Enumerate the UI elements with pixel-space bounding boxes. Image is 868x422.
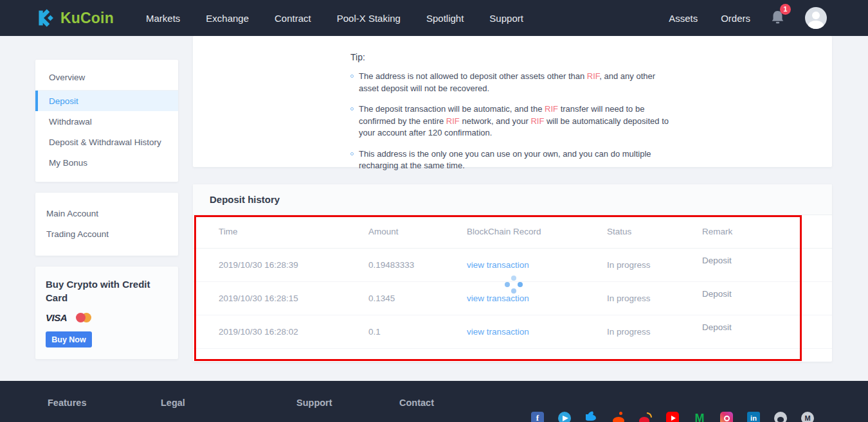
cell-remark: Deposit — [702, 322, 832, 332]
payment-methods: VISA — [46, 312, 168, 323]
sidebar-item-deposit[interactable]: Deposit — [35, 91, 178, 111]
column-header-status: Status — [607, 227, 702, 236]
table-row: 2019/10/30 16:28:020.1view transactionIn… — [193, 315, 832, 349]
sidebar-item-my-bonus[interactable]: My Bonus — [35, 152, 178, 173]
sidebar-item-main-account[interactable]: Main Account — [35, 203, 178, 224]
cell-amount: 0.1345 — [368, 294, 467, 303]
sidebar-item-trading-account[interactable]: Trading Account — [35, 224, 178, 244]
tip-bullet: The address is not allowed to deposit ot… — [350, 71, 675, 94]
sidebar-accounts-card: Main AccountTrading Account — [35, 193, 178, 256]
cell-time: 2019/10/30 16:28:02 — [219, 327, 368, 337]
tip-segment: network, and your — [460, 116, 531, 126]
buy-now-button[interactable]: Buy Now — [46, 331, 92, 347]
tip-text: The deposit transaction will be automati… — [359, 103, 675, 139]
notification-bell[interactable]: 1 — [771, 10, 784, 27]
view-transaction-link[interactable]: view transaction — [467, 294, 607, 303]
cell-remark: Deposit — [702, 256, 832, 265]
sidebar-menu-card: OverviewDepositWithdrawalDeposit & Withd… — [35, 60, 178, 182]
medium-circle-icon[interactable]: M — [801, 412, 814, 422]
mastercard-icon — [76, 313, 91, 322]
cell-status: In progress — [607, 327, 702, 337]
deposit-history-header: Deposit history — [193, 184, 832, 215]
tip-bullet: The deposit transaction will be automati… — [350, 103, 675, 139]
nav-item-contract[interactable]: Contract — [262, 13, 324, 24]
tip-segment: The address is not allowed to deposit ot… — [359, 71, 587, 81]
view-transaction-link[interactable]: view transaction — [467, 327, 607, 337]
tip-bullets: The address is not allowed to deposit ot… — [350, 71, 806, 172]
bullet-icon — [350, 107, 354, 110]
sidebar-item-deposit-withdrawal-history[interactable]: Deposit & Withdrawal History — [35, 132, 178, 152]
sidebar-item-withdrawal[interactable]: Withdrawal — [35, 111, 178, 132]
tip-segment: This address is the only one you can use… — [359, 149, 651, 171]
footer-heading-support[interactable]: Support — [296, 398, 332, 408]
rif-token: RIF — [545, 104, 558, 114]
nav-item-support[interactable]: Support — [476, 13, 536, 24]
buy-crypto-title: Buy Crypto with Credit Card — [46, 277, 155, 304]
weibo-icon[interactable] — [639, 412, 652, 422]
table-row: 2019/10/30 16:28:150.1345view transactio… — [193, 282, 832, 315]
nav-item-orders[interactable]: Orders — [709, 13, 762, 24]
deposit-history-title: Deposit history — [210, 194, 280, 205]
rif-token: RIF — [446, 116, 460, 126]
nav-item-exchange[interactable]: Exchange — [193, 13, 262, 24]
rif-token: RIF — [587, 71, 600, 81]
nav-right-items: AssetsOrders — [657, 13, 762, 24]
linkedin-icon[interactable]: in — [747, 412, 760, 422]
cell-time: 2019/10/30 16:28:15 — [219, 294, 368, 303]
rif-token: RIF — [530, 116, 544, 126]
user-avatar[interactable] — [805, 7, 827, 29]
buy-crypto-card: Buy Crypto with Credit Card VISA Buy Now — [35, 267, 178, 359]
notification-badge: 1 — [780, 4, 791, 15]
kucoin-logo[interactable]: KuCoin — [35, 8, 114, 28]
main-content: Tip: The address is not allowed to depos… — [193, 36, 832, 362]
table-body: 2019/10/30 16:28:390.19483333view transa… — [193, 249, 832, 349]
table-header-row: TimeAmountBlockChain RecordStatusRemark — [193, 215, 832, 249]
tip-bullet: This address is the only one you can use… — [350, 148, 675, 172]
footer: FeaturesLegalSupportContact fMinM — [0, 381, 868, 422]
medium-icon[interactable]: M — [693, 412, 706, 422]
instagram-icon[interactable] — [720, 412, 733, 422]
view-transaction-link[interactable]: view transaction — [467, 260, 607, 270]
bullet-icon — [350, 75, 354, 78]
kucoin-logo-icon — [35, 8, 56, 28]
tip-card: Tip: The address is not allowed to depos… — [193, 36, 832, 167]
cell-remark: Deposit — [702, 289, 832, 299]
twitter-icon[interactable] — [585, 412, 598, 422]
brand-name: KuCoin — [60, 10, 114, 27]
deposit-history-card: Deposit history TimeAmountBlockChain Rec… — [193, 184, 832, 362]
cell-status: In progress — [607, 294, 702, 303]
nav-item-markets[interactable]: Markets — [133, 13, 193, 24]
sidebar: OverviewDepositWithdrawalDeposit & Withd… — [35, 60, 178, 359]
sidebar-item-overview[interactable]: Overview — [35, 67, 178, 91]
footer-heading-legal[interactable]: Legal — [161, 398, 185, 408]
nav-right: AssetsOrders 1 — [657, 7, 827, 29]
page: KuCoin MarketsExchangeContractPool-X Sta… — [0, 0, 868, 422]
nav-item-assets[interactable]: Assets — [657, 13, 709, 24]
telegram-icon[interactable] — [558, 412, 571, 422]
top-navbar: KuCoin MarketsExchangeContractPool-X Sta… — [0, 0, 868, 36]
visa-icon: VISA — [46, 312, 67, 323]
nav-item-spotlight[interactable]: Spotlight — [413, 13, 476, 24]
tip-text: This address is the only one you can use… — [359, 148, 675, 172]
tip-text: The address is not allowed to deposit ot… — [359, 71, 675, 94]
cell-amount: 0.1 — [368, 327, 467, 337]
footer-heading-features[interactable]: Features — [48, 398, 86, 408]
tip-title: Tip: — [350, 52, 806, 62]
cell-time: 2019/10/30 16:28:39 — [219, 260, 368, 270]
reddit-icon[interactable] — [612, 412, 625, 422]
column-header-blockchain-record: BlockChain Record — [467, 227, 607, 236]
social-icons: fMinM — [531, 412, 814, 422]
tip-segment: The deposit transaction will be automati… — [359, 104, 545, 114]
bullet-icon — [350, 152, 354, 155]
column-header-time: Time — [219, 227, 368, 236]
nav-items: MarketsExchangeContractPool-X StakingSpo… — [133, 13, 536, 24]
column-header-amount: Amount — [368, 227, 467, 236]
footer-heading-contact[interactable]: Contact — [399, 398, 434, 408]
facebook-icon[interactable]: f — [531, 412, 544, 422]
cell-status: In progress — [607, 260, 702, 270]
column-header-remark: Remark — [702, 227, 832, 236]
github-icon[interactable] — [774, 412, 787, 422]
nav-item-pool-x-staking[interactable]: Pool-X Staking — [324, 13, 413, 24]
cell-amount: 0.19483333 — [368, 260, 467, 270]
youtube-icon[interactable] — [666, 412, 679, 422]
